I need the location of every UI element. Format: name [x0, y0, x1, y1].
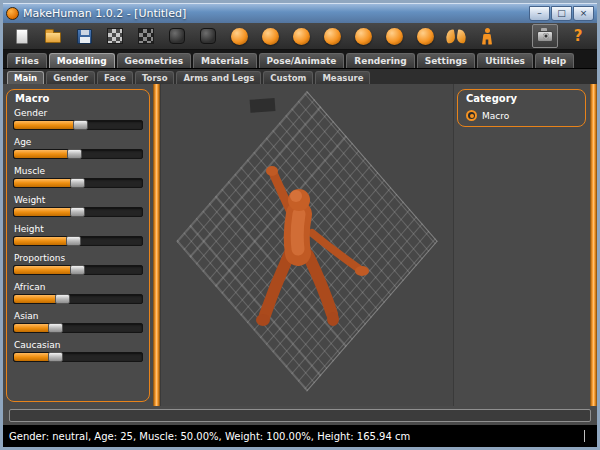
slider-asian-track[interactable] [13, 323, 143, 333]
view-right-button[interactable] [321, 25, 343, 47]
slider-proportions-handle[interactable] [70, 265, 85, 275]
tab-materials[interactable]: Materials [193, 53, 256, 68]
slider-african-track[interactable] [13, 294, 143, 304]
slider-weight: Weight [13, 195, 143, 217]
right-panel-splitter[interactable] [590, 84, 597, 406]
slider-proportions-label: Proportions [14, 253, 143, 263]
main-tab-bar: Files Modelling Geometries Materials Pos… [3, 50, 597, 68]
new-file-icon [16, 29, 28, 44]
radio-label: Macro [482, 111, 509, 121]
view-front-icon [231, 28, 248, 45]
tab-help[interactable]: Help [535, 53, 574, 68]
slider-african-handle[interactable] [55, 294, 70, 304]
tab-settings[interactable]: Settings [417, 53, 475, 68]
title-bar[interactable]: MakeHuman 1.0.2 - [Untitled] – □ × [3, 3, 597, 23]
slider-fill [14, 150, 75, 158]
view-left-button[interactable] [290, 25, 312, 47]
view-top-icon [355, 28, 372, 45]
subtab-main[interactable]: Main [7, 71, 44, 84]
symmetry-button[interactable] [445, 25, 467, 47]
slider-gender: Gender [13, 108, 143, 130]
tab-pose-animate[interactable]: Pose/Animate [259, 53, 345, 68]
view-left-icon [293, 28, 310, 45]
maximize-button[interactable]: □ [551, 6, 572, 21]
subtab-measure[interactable]: Measure [315, 71, 370, 84]
slider-height-track[interactable] [13, 236, 143, 246]
left-panel: Macro Gender Age Muscle [3, 84, 153, 406]
slider-asian-label: Asian [14, 311, 143, 321]
view-bottom-button[interactable] [383, 25, 405, 47]
subtab-custom[interactable]: Custom [263, 71, 313, 84]
slider-fill [14, 179, 78, 187]
window-controls: – □ × [529, 6, 594, 21]
slider-gender-handle[interactable] [73, 120, 88, 130]
macro-groupbox: Macro Gender Age Muscle [6, 89, 150, 402]
view-back-button[interactable] [259, 25, 281, 47]
slider-proportions: Proportions [13, 253, 143, 275]
slider-asian: Asian [13, 311, 143, 333]
toggle-background-button[interactable] [135, 25, 157, 47]
progress-bar [9, 409, 591, 422]
slider-caucasian: Caucasian [13, 340, 143, 362]
slider-weight-track[interactable] [13, 207, 143, 217]
tab-rendering[interactable]: Rendering [346, 53, 414, 68]
subtab-torso[interactable]: Torso [135, 71, 175, 84]
slider-age: Age [13, 137, 143, 159]
subtab-face[interactable]: Face [97, 71, 133, 84]
minimize-button[interactable]: – [529, 6, 550, 21]
app-icon [6, 7, 19, 20]
tab-geometries[interactable]: Geometries [117, 53, 191, 68]
view-back-icon [262, 28, 279, 45]
slider-muscle-track[interactable] [13, 178, 143, 188]
radio-selected-icon[interactable] [466, 110, 477, 121]
view-top-button[interactable] [352, 25, 374, 47]
slider-height-label: Height [14, 224, 143, 234]
tab-files[interactable]: Files [7, 53, 47, 68]
category-groupbox: Category Macro [457, 89, 586, 127]
tab-utilities[interactable]: Utilities [477, 53, 533, 68]
window-title: MakeHuman 1.0.2 - [Untitled] [23, 7, 186, 20]
slider-fill [14, 208, 78, 216]
wireframe-button[interactable] [166, 25, 188, 47]
left-panel-splitter[interactable] [153, 84, 160, 406]
camera-icon [537, 31, 553, 42]
subtab-arms-legs[interactable]: Arms and Legs [176, 71, 261, 84]
slider-height-handle[interactable] [66, 236, 81, 246]
human-orientation-button[interactable] [476, 25, 498, 47]
grab-canvas-button[interactable] [532, 24, 558, 48]
slider-weight-handle[interactable] [70, 207, 85, 217]
new-file-button[interactable] [11, 25, 33, 47]
slider-height: Height [13, 224, 143, 246]
subtab-gender[interactable]: Gender [46, 71, 95, 84]
slider-muscle-label: Muscle [14, 166, 143, 176]
slider-african-label: African [14, 282, 143, 292]
reset-camera-icon [417, 28, 434, 45]
background-checker-icon [138, 28, 154, 44]
save-model-button[interactable] [73, 25, 95, 47]
slider-age-track[interactable] [13, 149, 143, 159]
save-icon [77, 29, 92, 44]
wings-icon [446, 29, 466, 44]
category-option-macro[interactable]: Macro [464, 108, 579, 121]
help-icon: ? [574, 29, 583, 44]
slider-proportions-track[interactable] [13, 265, 143, 275]
slider-african: African [13, 282, 143, 304]
view-right-icon [324, 28, 341, 45]
view-front-button[interactable] [228, 25, 250, 47]
load-model-button[interactable] [42, 25, 64, 47]
slider-caucasian-track[interactable] [13, 352, 143, 362]
slider-gender-track[interactable] [13, 120, 143, 130]
close-button[interactable]: × [573, 6, 594, 21]
toggle-grid-button[interactable] [104, 25, 126, 47]
slider-asian-handle[interactable] [48, 323, 63, 333]
tab-modelling[interactable]: Modelling [49, 53, 115, 68]
toolbar: ? [3, 23, 597, 50]
slider-caucasian-handle[interactable] [48, 352, 63, 362]
slider-muscle-handle[interactable] [70, 178, 85, 188]
viewport-3d[interactable] [160, 84, 454, 406]
slider-fill [14, 266, 78, 274]
smooth-shading-button[interactable] [197, 25, 219, 47]
help-button[interactable]: ? [567, 25, 589, 47]
slider-age-handle[interactable] [67, 149, 82, 159]
reset-camera-button[interactable] [414, 25, 436, 47]
